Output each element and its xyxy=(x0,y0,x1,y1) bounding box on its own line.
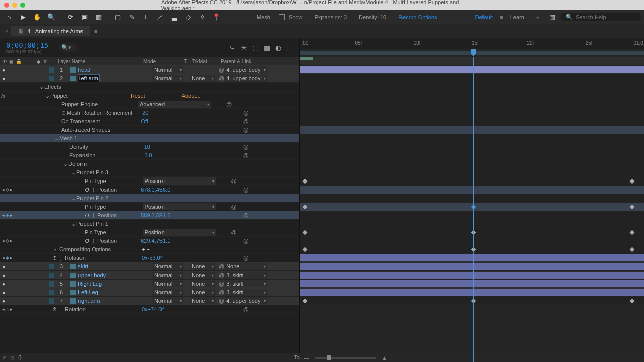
layer-row-left-leg[interactable]: ● › 6 Left Leg Normal▾ None▾ @ 3. skirt▾ xyxy=(0,288,299,297)
zoom-icon-footer[interactable]: ⊡ xyxy=(10,355,14,360)
layer-row-skirt[interactable]: ● › 3 skirt Normal▾ None▾ @ None▾ xyxy=(0,262,299,271)
add-key-icon[interactable]: ◇ xyxy=(6,238,9,243)
value[interactable]: 589.2,591.6 xyxy=(141,212,170,218)
shy-icon[interactable]: ⤷ xyxy=(229,44,235,52)
pintype-dropdown[interactable]: Position▾ xyxy=(143,229,216,236)
camera-tool-icon[interactable]: ▣ xyxy=(78,12,91,23)
workspace-learn[interactable]: Learn xyxy=(505,14,529,20)
comp-tab[interactable]: ▦ 4 - Animating the Arms xyxy=(11,26,90,36)
value[interactable]: 3.0 xyxy=(144,152,152,158)
frame-blend-icon[interactable]: ▥ xyxy=(264,44,270,52)
density-value[interactable]: Density: 10 xyxy=(354,14,391,20)
motion-blur-icon[interactable]: ◐ xyxy=(275,44,281,52)
close-panel-icon[interactable]: × xyxy=(5,28,8,34)
mesh-1-group[interactable]: ⌄Mesh 1 xyxy=(0,134,299,143)
workspace-default[interactable]: Default xyxy=(470,14,498,20)
parent-dropdown[interactable]: 4. upper body▾ xyxy=(224,66,268,73)
link-icon[interactable]: @ xyxy=(243,255,249,261)
record-options-link[interactable]: Record Options xyxy=(393,14,442,20)
minimize-icon[interactable] xyxy=(12,3,17,8)
value[interactable]: 0x-53.0° xyxy=(142,255,163,261)
value[interactable]: 629.4,751.1 xyxy=(141,238,170,244)
next-key-icon[interactable]: ▸ xyxy=(10,255,13,260)
pan-behind-icon[interactable]: ▦ xyxy=(93,12,105,23)
label-color[interactable] xyxy=(49,67,54,73)
layer-name[interactable]: head xyxy=(78,67,152,73)
selection-tool-icon[interactable]: ▶ xyxy=(17,12,29,23)
deform-group[interactable]: ⌄Deform xyxy=(0,160,299,168)
stopwatch-icon[interactable]: ⏱ xyxy=(52,307,57,312)
visibility-toggle[interactable]: ● xyxy=(2,264,5,269)
link-icon[interactable]: @ xyxy=(243,187,249,193)
draft3d-icon[interactable]: ▢ xyxy=(252,44,259,52)
type-tool-icon[interactable]: T xyxy=(140,12,152,23)
link-icon[interactable]: @ xyxy=(226,101,232,107)
current-timecode[interactable]: 0;00;00;15 xyxy=(6,41,48,49)
zoom-in-icon[interactable]: ▲ xyxy=(382,355,387,361)
effects-group[interactable]: ⌄Effects xyxy=(0,83,299,92)
link-icon[interactable]: @ xyxy=(231,229,237,235)
puppet-pin-tool-icon[interactable]: 📍 xyxy=(210,12,222,23)
blend-mode[interactable]: Normal▾ xyxy=(152,75,184,82)
pintype-dropdown[interactable]: Position▾ xyxy=(143,203,216,210)
roto-tool-icon[interactable]: ✧ xyxy=(196,12,208,23)
stopwatch-icon[interactable]: ⏱ xyxy=(85,213,90,218)
link-icon[interactable]: @ xyxy=(243,212,249,218)
value[interactable]: 678.0,456.0 xyxy=(141,187,170,193)
clone-tool-icon[interactable]: ▃ xyxy=(168,12,180,23)
prev-key-icon[interactable]: ◂ xyxy=(2,213,5,218)
eraser-tool-icon[interactable]: ◇ xyxy=(182,12,194,23)
reset-link[interactable]: Reset xyxy=(131,93,145,99)
comp-flowchart-icon[interactable]: ☀ xyxy=(240,44,247,52)
effect-puppet[interactable]: fx⌄PuppetResetAbout... xyxy=(0,92,299,100)
shape-tool-icon[interactable]: ▢ xyxy=(112,12,124,23)
layer-row-right-arm[interactable]: ● ⌄ 7 right arm Normal▾ None▾ @ 4. upper… xyxy=(0,297,299,305)
pintype-dropdown[interactable]: Position▾ xyxy=(143,177,216,185)
next-key-icon[interactable]: ▸ xyxy=(10,213,13,218)
pen-tool-icon[interactable]: ✎ xyxy=(126,12,138,23)
hand-tool-icon[interactable]: ✋ xyxy=(31,12,43,23)
add-key-icon[interactable]: ◆ xyxy=(6,213,9,218)
layer-row-upper-body[interactable]: ● › 4 upper body Normal▾ None▾ @ 3. skir… xyxy=(0,271,299,280)
search-input[interactable] xyxy=(576,14,636,20)
layer-row-head[interactable]: ● › 1 head Normal▾ @ 4. upper body▾ xyxy=(0,66,299,74)
home-icon[interactable]: ⌂ xyxy=(3,12,15,23)
zoom-icon[interactable] xyxy=(20,3,25,8)
twirl-icon[interactable]: ⌄ xyxy=(37,75,49,82)
layer-row-left-arm[interactable]: ● ⌄ 2 left arm Normal▾ None▾ @ 4. upper … xyxy=(0,74,299,83)
visibility-toggle[interactable]: ● xyxy=(2,67,5,73)
property-search[interactable]: 🔍▾ xyxy=(59,43,77,52)
panel-menu-icon[interactable]: ≡ xyxy=(94,28,97,34)
pin-3-group[interactable]: ⌄Puppet Pin 3 xyxy=(0,168,299,177)
trkmat-dropdown[interactable]: None▾ xyxy=(190,75,216,82)
link-icon[interactable]: @ xyxy=(243,127,249,133)
show-checkbox[interactable] xyxy=(279,14,285,20)
parent-dropdown[interactable]: 4. upper body▾ xyxy=(224,75,268,82)
pin-2-group[interactable]: ⌄Puppet Pin 2 xyxy=(0,194,299,203)
brackets-icon[interactable]: {} xyxy=(18,355,22,360)
brush-tool-icon[interactable]: ／ xyxy=(154,12,166,23)
add-key-icon[interactable]: ◇ xyxy=(6,187,9,192)
stopwatch-icon[interactable]: ⏱ xyxy=(52,255,57,261)
expansion-value[interactable]: Expansion: 3 xyxy=(310,14,352,20)
value[interactable]: 10 xyxy=(144,144,150,150)
visibility-toggle[interactable]: ● xyxy=(2,76,5,81)
pickwhip-icon[interactable]: @ xyxy=(219,75,224,81)
switches-icon[interactable]: ⎚ xyxy=(3,355,6,360)
label-color[interactable] xyxy=(49,76,54,81)
twirl-icon[interactable]: › xyxy=(37,263,49,269)
layer-row-right-leg[interactable]: ● › 5 Right Leg Normal▾ None▾ @ 3. skirt… xyxy=(0,280,299,288)
stopwatch-icon[interactable]: ⏱ xyxy=(85,187,90,193)
close-icon[interactable] xyxy=(4,3,9,8)
layer-name-edit[interactable]: left arm xyxy=(78,74,100,82)
prev-key-icon[interactable]: ◂ xyxy=(2,187,5,192)
blend-mode[interactable]: Normal▾ xyxy=(152,66,184,73)
link-icon[interactable]: @ xyxy=(231,204,237,210)
prev-key-icon[interactable]: ◂ xyxy=(2,255,5,260)
playhead[interactable] xyxy=(473,57,474,362)
about-link[interactable]: About... xyxy=(182,93,201,99)
zoom-out-icon[interactable]: — xyxy=(304,355,309,361)
stopwatch-icon[interactable]: ⏱ xyxy=(85,238,90,244)
engine-dropdown[interactable]: Advanced▾ xyxy=(138,101,211,108)
share-icon[interactable]: ▦ xyxy=(546,12,558,23)
